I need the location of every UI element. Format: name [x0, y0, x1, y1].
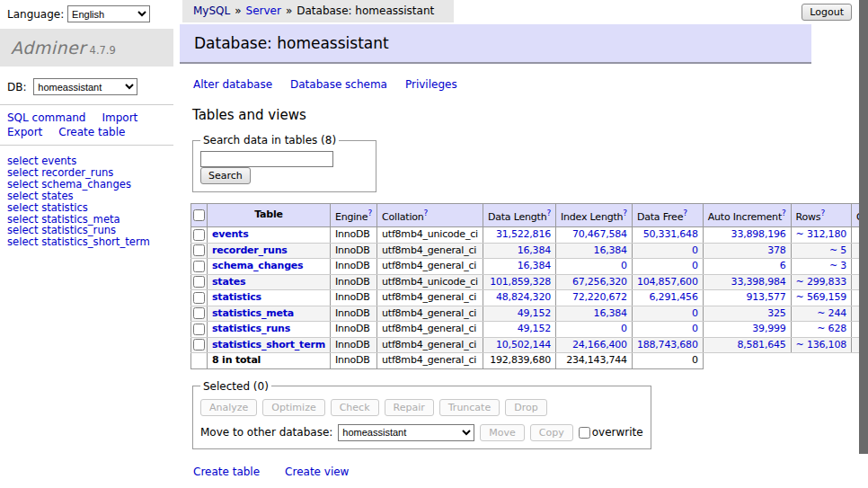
scrollbar-thumb[interactable] — [859, 0, 868, 454]
sidebar-action-sql-command[interactable]: SQL command — [7, 111, 85, 124]
index-length-link[interactable]: 24,166,400 — [572, 339, 627, 350]
sidebar-select-link-schema-changes[interactable]: select — [7, 178, 38, 191]
data-free-link[interactable]: 104,857,600 — [637, 276, 698, 288]
column-help-link[interactable]: ? — [546, 209, 551, 217]
table-name-link-statistics-runs[interactable]: statistics_runs — [212, 323, 290, 334]
row-checkbox[interactable] — [193, 229, 205, 241]
sidebar-select-link-states[interactable]: select — [7, 190, 38, 202]
data-length-link[interactable]: 31,522,816 — [496, 228, 551, 240]
table-name-link-statistics[interactable]: statistics — [212, 291, 261, 303]
copy-button[interactable]: Copy — [530, 424, 573, 441]
truncate-button[interactable]: Truncate — [439, 399, 500, 416]
move-database-select[interactable]: homeassistant — [338, 424, 474, 441]
sidebar-table-link-statistics-short-term[interactable]: statistics_short_term — [41, 235, 150, 248]
sidebar-select-link-statistics-meta[interactable]: select — [7, 213, 38, 226]
link-create-view[interactable]: Create view — [285, 466, 349, 478]
table-name-link-statistics-meta[interactable]: statistics_meta — [212, 307, 294, 319]
sidebar-action-create-table[interactable]: Create table — [58, 126, 125, 138]
sidebar-table-link-schema-changes[interactable]: schema_changes — [41, 178, 131, 191]
data-length-link[interactable]: 101,859,328 — [490, 276, 551, 288]
index-length-link[interactable]: 0 — [621, 260, 627, 271]
select-all-checkbox[interactable] — [193, 209, 205, 221]
sidebar-select-link-recorder-runs[interactable]: select — [7, 166, 38, 179]
data-free-link[interactable]: 0 — [692, 307, 698, 319]
search-button[interactable]: Search — [200, 167, 251, 184]
language-select[interactable]: English — [67, 5, 150, 22]
row-checkbox[interactable] — [193, 339, 205, 350]
column-help-link[interactable]: ? — [368, 209, 372, 217]
column-help-link[interactable]: ? — [683, 209, 687, 217]
sidebar-table-link-states[interactable]: states — [41, 190, 73, 202]
table-name-link-recorder-runs[interactable]: recorder_runs — [212, 244, 288, 256]
rows-link[interactable]: ~ 299,833 — [796, 276, 846, 288]
nav-link-alter-database[interactable]: Alter database — [193, 78, 272, 91]
rows-link[interactable]: ~ 628 — [817, 323, 846, 334]
data-length-link[interactable]: 10,502,144 — [496, 339, 551, 350]
data-free-link[interactable]: 6,291,456 — [650, 291, 698, 303]
auto-increment-link[interactable]: 33,898,196 — [731, 228, 786, 240]
nav-link-privileges[interactable]: Privileges — [405, 78, 457, 91]
sidebar-table-link-statistics-runs[interactable]: statistics_runs — [41, 224, 116, 236]
optimize-button[interactable]: Optimize — [262, 399, 324, 416]
row-checkbox[interactable] — [193, 261, 205, 272]
index-length-link[interactable]: 0 — [621, 323, 627, 334]
sidebar-select-link-events[interactable]: select — [7, 155, 38, 167]
rows-link[interactable]: ~ 244 — [817, 307, 846, 319]
index-length-link[interactable]: 72,220,672 — [572, 291, 627, 303]
link-create-table[interactable]: Create table — [193, 466, 260, 478]
search-input[interactable] — [200, 151, 333, 167]
table-name-link-schema-changes[interactable]: schema_changes — [212, 260, 303, 271]
column-help-link[interactable]: ? — [782, 209, 786, 217]
db-select[interactable]: homeassistant — [33, 78, 137, 95]
auto-increment-link[interactable]: 325 — [767, 307, 785, 319]
check-button[interactable]: Check — [331, 399, 379, 416]
auto-increment-link[interactable]: 33,398,984 — [731, 276, 786, 288]
auto-increment-link[interactable]: 39,999 — [752, 323, 785, 334]
sidebar-table-link-recorder-runs[interactable]: recorder_runs — [41, 166, 113, 179]
data-free-link[interactable]: 50,331,648 — [643, 228, 698, 240]
move-button[interactable]: Move — [480, 424, 525, 441]
index-length-link[interactable]: 67,256,320 — [572, 276, 627, 288]
row-checkbox[interactable] — [193, 292, 205, 304]
index-length-link[interactable]: 16,384 — [594, 244, 627, 256]
rows-link[interactable]: ~ 569,159 — [796, 291, 846, 303]
row-checkbox[interactable] — [193, 307, 205, 319]
rows-link[interactable]: ~ 3 — [829, 260, 846, 271]
table-name-link-statistics-short-term[interactable]: statistics_short_term — [212, 339, 325, 350]
column-help-link[interactable]: ? — [424, 209, 429, 217]
sidebar-table-link-events[interactable]: events — [41, 155, 76, 167]
data-length-link[interactable]: 49,152 — [518, 307, 551, 319]
auto-increment-link[interactable]: 8,581,645 — [737, 339, 785, 350]
repair-button[interactable]: Repair — [385, 399, 434, 416]
sidebar-select-link-statistics[interactable]: select — [7, 201, 38, 214]
drop-button[interactable]: Drop — [505, 399, 546, 416]
overwrite-checkbox[interactable] — [579, 427, 590, 439]
rows-link[interactable]: ~ 136,108 — [796, 339, 846, 350]
data-free-link[interactable]: 0 — [692, 260, 698, 271]
nav-link-database-schema[interactable]: Database schema — [290, 78, 387, 91]
data-free-link[interactable]: 0 — [692, 244, 698, 256]
row-checkbox[interactable] — [193, 276, 205, 288]
row-checkbox[interactable] — [193, 244, 205, 256]
index-length-link[interactable]: 70,467,584 — [572, 228, 627, 240]
data-length-link[interactable]: 48,824,320 — [496, 291, 551, 303]
auto-increment-link[interactable]: 6 — [780, 260, 786, 271]
data-length-link[interactable]: 49,152 — [518, 323, 551, 334]
sidebar-select-link-statistics-runs[interactable]: select — [7, 224, 38, 236]
analyze-button[interactable]: Analyze — [200, 399, 257, 416]
rows-link[interactable]: ~ 312,180 — [796, 228, 846, 240]
data-free-link[interactable]: 0 — [692, 323, 698, 334]
table-name-link-events[interactable]: events — [212, 228, 249, 240]
auto-increment-link[interactable]: 913,577 — [747, 291, 786, 303]
column-help-link[interactable]: ? — [623, 209, 627, 217]
rows-link[interactable]: ~ 5 — [829, 244, 846, 256]
vertical-scrollbar[interactable] — [859, 0, 868, 488]
table-name-link-states[interactable]: states — [212, 276, 245, 288]
sidebar-action-export[interactable]: Export — [7, 126, 42, 138]
column-help-link[interactable]: ? — [820, 209, 825, 217]
sidebar-action-import[interactable]: Import — [102, 111, 137, 124]
sidebar-table-link-statistics[interactable]: statistics — [41, 201, 88, 214]
row-checkbox[interactable] — [193, 324, 205, 335]
auto-increment-link[interactable]: 378 — [767, 244, 785, 256]
sidebar-table-link-statistics-meta[interactable]: statistics_meta — [41, 213, 120, 226]
